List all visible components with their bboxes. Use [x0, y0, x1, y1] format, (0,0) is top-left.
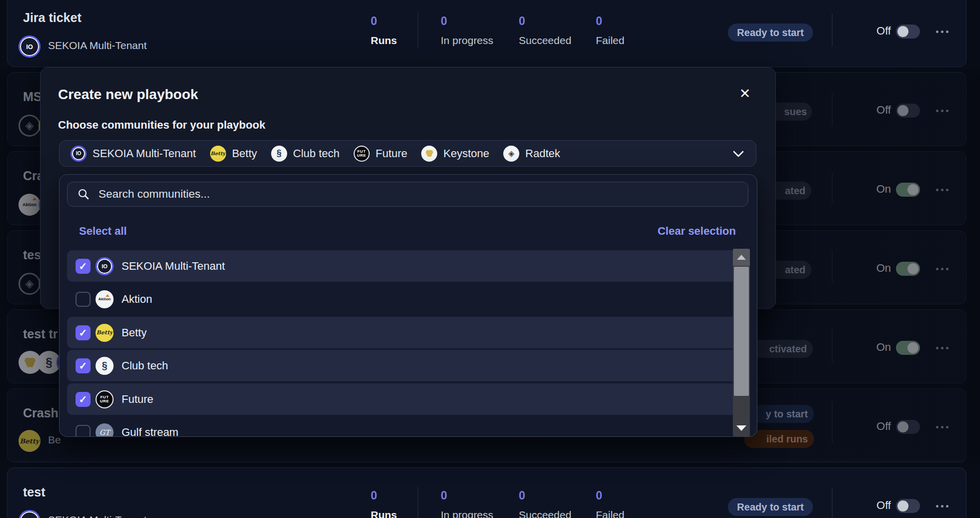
checkbox[interactable]: ✓ — [76, 325, 91, 340]
chip-future: FUTURE Future — [354, 146, 408, 162]
more-menu-icon[interactable] — [936, 110, 948, 112]
scrollbar[interactable] — [733, 249, 750, 436]
toggle-label: Off — [858, 499, 891, 512]
toggle-knob — [897, 105, 908, 116]
chip-keystone: Keystone — [421, 146, 489, 162]
community-option-sekoia[interactable]: ✓ IO SEKOIA Multi-Tenant — [67, 250, 750, 282]
activation-toggle[interactable] — [896, 499, 920, 513]
club-tech-avatar-icon: § — [96, 357, 114, 375]
stat-inprogress-value: 0 — [441, 15, 447, 28]
scroll-up-icon[interactable] — [733, 249, 750, 266]
row-divider — [832, 93, 832, 126]
stat-failed-value: 0 — [596, 15, 602, 28]
row-divider — [832, 488, 832, 518]
status-badge: Ready to start — [728, 498, 813, 516]
activation-toggle[interactable] — [896, 104, 920, 118]
gulf-stream-avatar-icon: GT — [96, 423, 114, 437]
playbook-title: MS — [23, 90, 42, 104]
search-field — [67, 182, 748, 207]
select-all-link[interactable]: Select all — [79, 225, 127, 238]
row-divider — [832, 402, 832, 444]
toggle-knob — [897, 421, 908, 432]
playbook-row-test[interactable]: test IO SEKOIA Multi-Tenant 0 Runs 0 In … — [7, 467, 966, 518]
chip-sekoia: IO SEKOIA Multi-Tenant — [71, 146, 196, 162]
checkbox[interactable]: ✓ — [76, 259, 91, 274]
more-menu-icon[interactable] — [936, 189, 948, 191]
activation-toggle[interactable] — [896, 420, 920, 434]
sekoia-avatar-icon: IO — [71, 146, 87, 162]
toggle-knob — [907, 263, 918, 274]
stat-succeeded-value: 0 — [519, 489, 525, 502]
toggle-label: Off — [858, 420, 891, 433]
keystone-avatar-icon — [421, 146, 437, 162]
toggle-knob — [907, 184, 918, 195]
stats-divider — [418, 487, 418, 518]
stats-divider — [418, 13, 418, 49]
playbook-title: Crash — [23, 406, 59, 420]
row-divider — [832, 172, 832, 205]
toggle-label: On — [858, 341, 891, 354]
more-menu-icon[interactable] — [936, 426, 948, 428]
radtek-avatar-icon: ◈ — [503, 146, 519, 162]
community-avatar-gray-logo: ◈ — [19, 273, 41, 295]
modal-subtitle: Choose communities for your playbook — [58, 119, 265, 132]
checkbox[interactable]: ✓ — [76, 358, 91, 373]
activation-toggle[interactable] — [896, 341, 920, 355]
future-avatar-icon: FUTURE — [354, 146, 370, 162]
playbook-title: tes — [23, 248, 41, 262]
toggle-label: Off — [858, 104, 891, 117]
close-icon[interactable]: ✕ — [734, 83, 756, 105]
sekoia-avatar-icon: IO — [96, 257, 114, 275]
community-option-gulf-stream[interactable]: ✓ GT Gulf stream — [67, 416, 750, 437]
clear-selection-link[interactable]: Clear selection — [657, 225, 736, 238]
row-divider — [832, 330, 832, 363]
toggle-label: On — [858, 262, 891, 275]
app-root: Jira ticket IO SEKOIA Multi-Tenant 0 Run… — [0, 0, 980, 518]
chevron-down-icon[interactable] — [733, 151, 744, 158]
community-option-future[interactable]: ✓ FUTURE Future — [67, 383, 750, 415]
toggle-label: Off — [858, 25, 891, 38]
more-menu-icon[interactable] — [936, 31, 948, 33]
chip-betty: Betty Betty — [210, 146, 257, 162]
stat-inprogress-label: In progress — [441, 35, 493, 47]
more-menu-icon[interactable] — [936, 505, 948, 507]
toggle-label: On — [858, 183, 891, 196]
more-menu-icon[interactable] — [936, 268, 948, 270]
communities-dropdown: Select all Clear selection ✓ IO SEKOIA M… — [59, 174, 757, 437]
stat-succeeded-value: 0 — [519, 15, 525, 28]
community-option-aktion[interactable]: ✓ Aktion Aktion — [67, 283, 750, 315]
community-name-truncated: Be — [48, 434, 61, 446]
activation-toggle[interactable] — [896, 262, 920, 276]
row-divider — [832, 251, 832, 284]
communities-select-trigger[interactable]: IO SEKOIA Multi-Tenant Betty Betty § Clu… — [59, 140, 756, 167]
community-avatar-sekoia: IO — [19, 510, 41, 518]
stat-failed-label: Failed — [596, 35, 624, 47]
activation-toggle[interactable] — [896, 25, 920, 39]
stat-failed-label: Failed — [596, 509, 624, 518]
checkbox[interactable]: ✓ — [76, 392, 91, 407]
community-avatar-gray-logo: ◈ — [19, 115, 41, 137]
checkbox[interactable]: ✓ — [76, 292, 91, 307]
scroll-down-icon[interactable] — [733, 420, 750, 435]
betty-avatar-icon: Betty — [210, 146, 226, 162]
stat-runs-label: Runs — [371, 509, 397, 518]
betty-avatar-icon: Betty — [96, 324, 114, 342]
community-avatar-aktion: Aktion — [19, 194, 41, 216]
aktion-avatar-icon: Aktion — [96, 290, 114, 308]
playbook-title: test tr — [23, 327, 58, 341]
search-input[interactable] — [98, 187, 738, 201]
activation-toggle[interactable] — [896, 183, 920, 197]
community-option-club-tech[interactable]: ✓ § Club tech — [67, 350, 750, 381]
playbook-row-jira-ticket[interactable]: Jira ticket IO SEKOIA Multi-Tenant 0 Run… — [7, 0, 966, 67]
toggle-knob — [907, 342, 918, 353]
scrollbar-thumb[interactable] — [734, 267, 749, 396]
stat-succeeded-label: Succeeded — [519, 509, 571, 518]
stat-runs-value: 0 — [371, 15, 377, 28]
more-menu-icon[interactable] — [936, 347, 948, 349]
status-badge-truncated: ctivated — [748, 340, 813, 358]
community-option-betty[interactable]: ✓ Betty Betty — [67, 317, 750, 348]
stat-failed-value: 0 — [596, 489, 602, 502]
toggle-knob — [897, 26, 908, 37]
checkbox[interactable]: ✓ — [76, 425, 91, 437]
row-divider — [832, 14, 832, 47]
